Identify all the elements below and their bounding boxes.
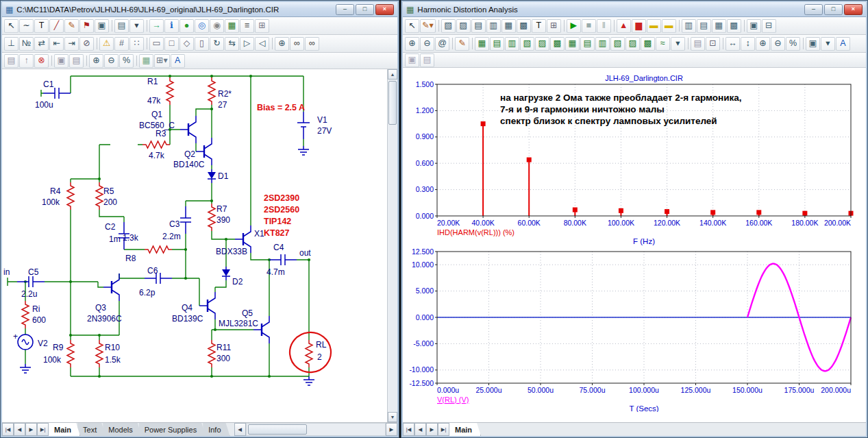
minimize-button[interactable]: –: [804, 4, 823, 15]
plot-grid-6-icon[interactable]: ▩: [550, 37, 565, 51]
scope-icon[interactable]: ▧: [441, 19, 456, 33]
window-icon[interactable]: ▣: [747, 19, 761, 33]
select-tool-icon[interactable]: ↖: [4, 19, 18, 33]
waveform-icon[interactable]: ▆: [632, 19, 646, 33]
sheet-icon[interactable]: ▦: [225, 19, 239, 33]
resistor-r11[interactable]: [208, 340, 215, 367]
grid-menu-icon[interactable]: ⊞▾: [154, 54, 170, 68]
scroll-left-button[interactable]: ◀: [234, 423, 246, 436]
help-ball-icon[interactable]: ●: [179, 19, 194, 33]
swap-icon[interactable]: ⇄: [34, 37, 49, 51]
plot-grid-10-icon[interactable]: ▧: [610, 37, 625, 51]
report-icon[interactable]: ≡: [240, 19, 254, 33]
cursor-mode-icon[interactable]: ▨: [456, 19, 471, 33]
vertical-scrollbar[interactable]: ▲ ▼: [387, 69, 397, 422]
find-next-icon[interactable]: ∞: [305, 37, 319, 51]
plot-area[interactable]: 20.00K40.00K60.00K80.00K100.00K120.00K14…: [403, 68, 866, 422]
schematic-window-titlebar[interactable]: ▦ C:\MC11\DATA\Petrov\JLH\JLH-69\JLH-69_…: [2, 2, 397, 17]
transistor-q3[interactable]: [103, 273, 119, 301]
panes-4-icon[interactable]: ▩: [727, 19, 741, 33]
transistor-q1[interactable]: [180, 116, 196, 143]
box-icon[interactable]: ▭: [149, 37, 164, 51]
horizontal-scrollbar[interactable]: ◀ ▶: [234, 423, 397, 436]
mode-dropdown-icon[interactable]: ▾: [129, 19, 144, 33]
plot-grid-11-icon[interactable]: ▨: [625, 37, 640, 51]
plot-grid-3-icon[interactable]: ▥: [505, 37, 519, 51]
flip-left-icon[interactable]: ◁: [255, 37, 269, 51]
world-icon[interactable]: ◉: [210, 19, 224, 33]
node-snap-icon[interactable]: ⊥: [4, 37, 18, 51]
pan-mode-icon[interactable]: ▥: [486, 19, 501, 33]
flip-right-icon[interactable]: ▷: [240, 37, 254, 51]
minimize-button[interactable]: –: [336, 4, 354, 15]
tab-models[interactable]: Models: [103, 423, 141, 436]
plot-grid-4-icon[interactable]: ▧: [520, 37, 534, 51]
tab-power-supplies[interactable]: Power Supplies: [139, 423, 206, 436]
battery-v1[interactable]: [297, 112, 310, 139]
trace-menu-icon[interactable]: ▾: [671, 37, 685, 51]
select-tool-icon[interactable]: ↖: [405, 19, 419, 33]
grid-icon[interactable]: #: [114, 37, 129, 51]
tab-info[interactable]: Info: [203, 423, 230, 436]
capacitor-c5[interactable]: [17, 276, 45, 287]
info-icon[interactable]: ℹ: [164, 19, 179, 33]
warning-icon[interactable]: ⚠: [99, 37, 114, 51]
zoom-percent-icon[interactable]: %: [119, 54, 134, 68]
close-button[interactable]: ×: [375, 4, 394, 15]
text-tool-icon[interactable]: T: [532, 19, 546, 33]
polygon-icon[interactable]: ▯: [195, 37, 209, 51]
zoom-mode-icon[interactable]: ▤: [471, 19, 486, 33]
panes-3-icon[interactable]: ▦: [712, 19, 726, 33]
close-file-icon[interactable]: ⊗: [34, 54, 49, 68]
mirror-icon[interactable]: ⇆: [225, 37, 239, 51]
plot-grid-7-icon[interactable]: ▦: [565, 37, 580, 51]
copy-icon[interactable]: ▣: [54, 54, 69, 68]
target-icon[interactable]: ◎: [195, 19, 209, 33]
harmonic-spectrum-chart[interactable]: 20.00K40.00K60.00K80.00K100.00K120.00K14…: [406, 73, 863, 246]
tab-text[interactable]: Text: [77, 423, 106, 436]
wire-mode-icon[interactable]: ∼: [19, 19, 34, 33]
zoom-region-icon[interactable]: ⊕: [275, 37, 289, 51]
pencil-icon[interactable]: ✎: [64, 19, 79, 33]
tab-main[interactable]: Main: [49, 423, 80, 436]
picture-icon[interactable]: ▣: [95, 19, 109, 33]
flag-icon[interactable]: ⚑: [79, 19, 94, 33]
tab-prev-button[interactable]: ◀: [414, 423, 426, 436]
redo-icon[interactable]: →: [149, 19, 164, 33]
plot-grid-8-icon[interactable]: ▤: [580, 37, 595, 51]
plot-grid-12-icon[interactable]: ▩: [641, 37, 655, 51]
resistor-r7[interactable]: [208, 204, 215, 231]
measure-mode-icon[interactable]: ▦: [501, 19, 516, 33]
smooth-icon[interactable]: ≈: [656, 37, 670, 51]
paste-icon[interactable]: ▤: [69, 54, 84, 68]
font-icon[interactable]: A: [171, 54, 185, 68]
resistor-r4[interactable]: [67, 182, 74, 210]
magnify-out-icon[interactable]: ⊖: [771, 37, 785, 51]
plot-grid-1-icon[interactable]: ▦: [475, 37, 489, 51]
find-icon[interactable]: ∞: [290, 37, 304, 51]
tab-next-button[interactable]: ▶: [426, 423, 438, 436]
form-icon[interactable]: ⊞: [255, 19, 269, 33]
fit-page-icon[interactable]: ↕: [741, 37, 755, 51]
rect-icon[interactable]: □: [164, 37, 179, 51]
clipboard-icon[interactable]: ▤: [691, 37, 705, 51]
vertical-scroll-thumb[interactable]: [388, 81, 397, 125]
resistor-r3[interactable]: [142, 141, 170, 148]
cut-icon[interactable]: ⊘: [79, 37, 94, 51]
image-icon[interactable]: ▦: [139, 54, 153, 68]
resistor-r1[interactable]: [166, 77, 173, 105]
edit-menu-icon[interactable]: ✎▾: [420, 19, 436, 33]
calculator-icon[interactable]: ⊡: [706, 37, 720, 51]
zoom-out-icon[interactable]: ⊖: [104, 54, 119, 68]
zoom-percent-icon[interactable]: %: [786, 37, 800, 51]
text-mode-icon[interactable]: T: [34, 19, 49, 33]
dot-grid-icon[interactable]: ∷: [129, 37, 144, 51]
panes-1-icon[interactable]: ▥: [682, 19, 696, 33]
diamond-icon[interactable]: ◇: [179, 37, 194, 51]
analysis-window-titlebar[interactable]: ▦ Harmonic Distortion Analysis – □ ×: [403, 2, 866, 17]
tab-next-button[interactable]: ▶: [25, 423, 37, 436]
panes-2-icon[interactable]: ▤: [697, 19, 711, 33]
horizontal-tag-icon[interactable]: ▬: [662, 19, 676, 33]
font-icon[interactable]: A: [836, 37, 850, 51]
scroll-right-button[interactable]: ▶: [386, 423, 397, 436]
